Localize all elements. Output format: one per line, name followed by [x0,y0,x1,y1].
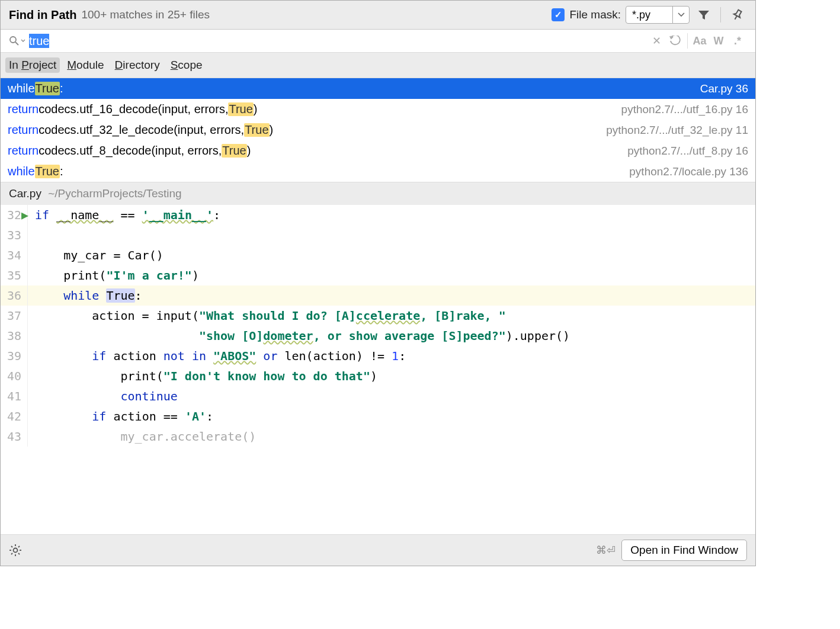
dialog-header: Find in Path 100+ matches in 25+ files ✓… [1,1,755,30]
preview-filename: Car.py [9,187,41,200]
result-row[interactable]: return codecs.utf_32_le_decode(input, er… [1,120,755,140]
svg-line-8 [18,553,20,554]
result-location: python2.7/.../utf_8.py 16 [627,145,748,158]
scope-tabs: In ProjectModuleDirectoryScope [1,52,755,78]
result-row[interactable]: return codecs.utf_16_decode(input, error… [1,99,755,120]
code-line: 34 my_car = Car() [1,245,755,265]
divider [720,7,721,23]
file-mask-checkbox[interactable]: ✓ [552,8,565,21]
result-row[interactable]: return codecs.utf_8_decode(input, errors… [1,140,755,161]
history-icon[interactable] [666,36,685,46]
whole-words-toggle[interactable]: W [709,35,728,47]
svg-point-2 [14,548,18,553]
scope-tab-module[interactable]: Module [67,59,104,72]
code-line: 36 while True: [1,285,755,306]
svg-line-1 [15,42,18,45]
chevron-down-icon[interactable] [672,7,689,23]
result-location: python2.7/.../utf_16.py 16 [621,103,748,116]
code-line: 38 "show [O]dometer, or show average [S]… [1,326,755,346]
shortcut-hint: ⌘⏎ [596,544,615,557]
gear-icon[interactable] [9,544,22,557]
code-line: 43 my_car.accelerate() [1,426,755,447]
regex-toggle[interactable]: .* [728,35,747,47]
dialog-footer: ⌘⏎ Open in Find Window [1,534,755,566]
result-location: python2.7/locale.py 136 [629,165,748,178]
svg-line-9 [11,553,12,554]
code-line: 37 action = input("What should I do? [A]… [1,306,755,326]
result-row[interactable]: while True:Car.py 36 [1,78,755,99]
filter-icon[interactable] [694,5,713,24]
pin-icon[interactable] [728,5,747,24]
scope-tab-in-project[interactable]: In Project [5,57,60,73]
code-line: 42 if action == 'A': [1,406,755,426]
results-list: while True:Car.py 36return codecs.utf_16… [1,78,755,182]
match-count: 100+ matches in 25+ files [81,8,210,21]
code-line: ▶32if __name__ == '__main__': [1,205,755,225]
scope-tab-directory[interactable]: Directory [115,59,160,72]
result-location: python2.7/.../utf_32_le.py 11 [606,124,748,137]
svg-line-10 [18,546,20,547]
result-location: Car.py 36 [700,82,748,95]
file-mask-input[interactable] [626,7,672,23]
scope-tab-scope[interactable]: Scope [171,59,203,72]
code-line: 39 if action not in "ABOS" or len(action… [1,346,755,366]
clear-icon[interactable]: ✕ [647,34,666,47]
file-mask-label: File mask: [569,8,621,21]
code-line: 40 print("I don't know how to do that") [1,366,755,386]
match-case-toggle[interactable]: Aa [690,35,709,47]
open-in-find-window-button[interactable]: Open in Find Window [621,540,747,561]
file-mask-dropdown[interactable] [626,6,690,24]
result-row[interactable]: while True:python2.7/locale.py 136 [1,161,755,182]
svg-line-7 [11,546,12,547]
dialog-title: Find in Path [9,8,76,22]
code-line: 33 [1,225,755,245]
code-line: 41 continue [1,386,755,406]
search-row: true ✕ Aa W .* [1,30,755,52]
code-preview[interactable]: ▶32if __name__ == '__main__':3334 my_car… [1,205,755,534]
preview-filepath: ~/PycharmProjects/Testing [48,187,181,200]
preview-header: Car.py ~/PycharmProjects/Testing [1,182,755,205]
search-icon[interactable] [9,36,25,46]
svg-point-0 [10,37,16,43]
search-input[interactable]: true [29,34,647,48]
code-line: 35 print("I'm a car!") [1,265,755,285]
